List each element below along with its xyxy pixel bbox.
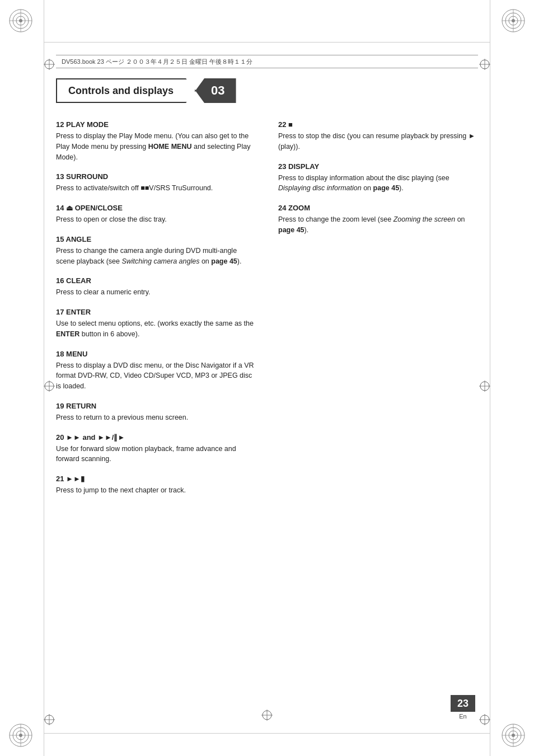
section-23: 23 DISPLAYPress to display information a… bbox=[278, 162, 478, 194]
chapter-header: Controls and displays 03 bbox=[56, 78, 478, 103]
corner-spiral-tr bbox=[499, 7, 527, 35]
section-16-body: Press to clear a numeric entry. bbox=[56, 287, 256, 298]
metadata-text: DV563.book 23 ページ ２００３年４月２５日 金曜日 午後８時１１分 bbox=[62, 58, 252, 66]
reg-mark-bot-left bbox=[44, 714, 55, 725]
chapter-number: 03 bbox=[195, 78, 236, 103]
section-23-body: Press to display information about the d… bbox=[278, 173, 478, 194]
reg-mark-bot-center bbox=[261, 710, 273, 722]
section-15-title: 15 ANGLE bbox=[56, 235, 256, 243]
border-right bbox=[490, 0, 490, 756]
corner-spiral-bl bbox=[7, 721, 35, 749]
border-top bbox=[44, 42, 490, 43]
section-24-title: 24 ZOOM bbox=[278, 204, 478, 212]
section-20: 20 ►► and ►►/‖►Use for forward slow moti… bbox=[56, 433, 256, 465]
section-15-body: Press to change the camera angle during … bbox=[56, 246, 256, 267]
reg-mark-mid-right bbox=[479, 381, 490, 392]
section-21-body: Press to jump to the next chapter or tra… bbox=[56, 485, 256, 496]
reg-mark-mid-left bbox=[44, 381, 55, 392]
section-12-body: Press to display the Play Mode menu. (Yo… bbox=[56, 131, 256, 162]
section-13: 13 SURROUNDPress to activate/switch off … bbox=[56, 172, 256, 194]
section-21: 21 ►►▮Press to jump to the next chapter … bbox=[56, 475, 256, 496]
section-20-title: 20 ►► and ►►/‖► bbox=[56, 433, 256, 442]
metadata-bar: DV563.book 23 ページ ２００３年４月２５日 金曜日 午後８時１１分 bbox=[56, 55, 478, 68]
reg-mark-bot-right bbox=[479, 714, 490, 725]
section-19-title: 19 RETURN bbox=[56, 402, 256, 410]
section-14-title: 14 ⏏ OPEN/CLOSE bbox=[56, 204, 256, 212]
reg-mark-top-left bbox=[44, 59, 55, 70]
section-18: 18 MENUPress to display a DVD disc menu,… bbox=[56, 350, 256, 392]
page-lang: En bbox=[459, 713, 466, 720]
section-21-title: 21 ►►▮ bbox=[56, 475, 256, 483]
section-19: 19 RETURNPress to return to a previous m… bbox=[56, 402, 256, 423]
border-left bbox=[44, 0, 44, 756]
section-15: 15 ANGLEPress to change the camera angle… bbox=[56, 235, 256, 267]
section-24-body: Press to change the zoom level (see Zoom… bbox=[278, 214, 478, 236]
section-17-title: 17 ENTER bbox=[56, 308, 256, 316]
section-17: 17 ENTERUse to select menu options, etc.… bbox=[56, 308, 256, 340]
content-area: 12 PLAY MODEPress to display the Play Mo… bbox=[56, 120, 478, 506]
section-23-title: 23 DISPLAY bbox=[278, 162, 478, 171]
section-12: 12 PLAY MODEPress to display the Play Mo… bbox=[56, 120, 256, 162]
page-number: 23 bbox=[451, 695, 475, 712]
section-14-body: Press to open or close the disc tray. bbox=[56, 214, 256, 225]
section-12-title: 12 PLAY MODE bbox=[56, 120, 256, 129]
section-16-title: 16 CLEAR bbox=[56, 276, 256, 285]
section-20-body: Use for forward slow motion playback, fr… bbox=[56, 444, 256, 465]
section-13-title: 13 SURROUND bbox=[56, 172, 256, 181]
right-column: 22 ■Press to stop the disc (you can resu… bbox=[278, 120, 478, 506]
section-22: 22 ■Press to stop the disc (you can resu… bbox=[278, 120, 478, 152]
section-13-body: Press to activate/switch off ■■V/SRS Tru… bbox=[56, 183, 256, 194]
section-19-body: Press to return to a previous menu scree… bbox=[56, 412, 256, 423]
page-number-area: 23 En bbox=[451, 695, 475, 720]
section-14: 14 ⏏ OPEN/CLOSEPress to open or close th… bbox=[56, 204, 256, 225]
section-24: 24 ZOOMPress to change the zoom level (s… bbox=[278, 204, 478, 236]
section-22-body: Press to stop the disc (you can resume p… bbox=[278, 131, 478, 152]
reg-mark-top-right bbox=[479, 59, 490, 70]
section-18-body: Press to display a DVD disc menu, or the… bbox=[56, 360, 256, 392]
border-bottom bbox=[44, 733, 490, 734]
section-16: 16 CLEARPress to clear a numeric entry. bbox=[56, 276, 256, 298]
corner-spiral-tl bbox=[7, 7, 35, 35]
left-column: 12 PLAY MODEPress to display the Play Mo… bbox=[56, 120, 256, 506]
chapter-title: Controls and displays bbox=[56, 78, 196, 103]
section-18-title: 18 MENU bbox=[56, 350, 256, 358]
corner-spiral-br bbox=[499, 721, 527, 749]
section-17-body: Use to select menu options, etc. (works … bbox=[56, 318, 256, 340]
section-22-title: 22 ■ bbox=[278, 120, 478, 129]
